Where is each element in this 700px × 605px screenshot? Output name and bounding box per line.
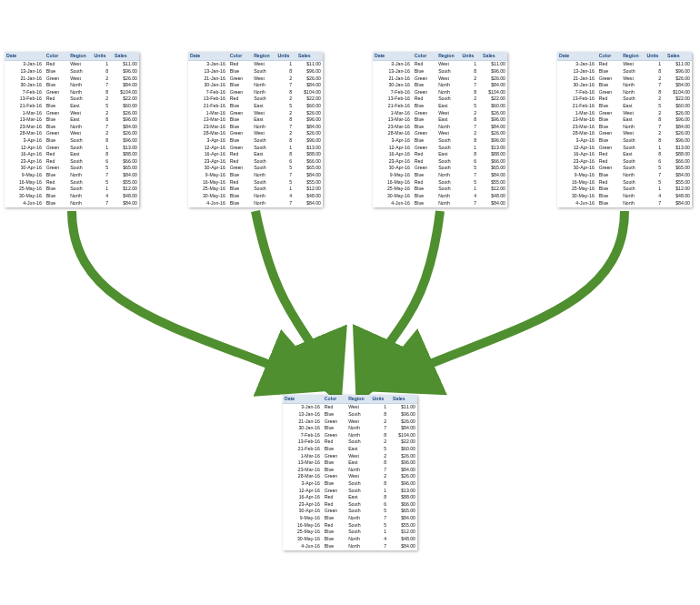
cell-sales: $26.00 [113,75,139,82]
table-row: 13-Jun-16RedEast3$33.00 [557,207,692,207]
table-row: 30-Jan-16BlueNorth7$84.00 [283,425,417,432]
cell-units: 4 [460,193,481,200]
cell-region: South [436,137,460,145]
table-row: 13-Mar-16BlueEast8$96.00 [557,116,692,124]
cell-units: 8 [275,151,296,158]
cell-region: East [252,116,275,124]
cell-sales: $96.00 [665,137,692,145]
cell-date: 21-Jan-16 [283,418,323,425]
cell-date: 7-Feb-16 [5,88,45,96]
cell-date: 13-Mar-16 [557,116,597,124]
cell-units: 8 [275,116,296,124]
cell-units: 1 [370,529,391,536]
cell-date: 23-Mar-16 [188,124,228,131]
cell-color: Green [228,165,252,172]
cell-date: 30-Jan-16 [283,425,323,432]
cell-date: 30-Apr-16 [283,508,323,515]
cell-sales: $33.00 [391,550,417,550]
column-header: Sales [481,52,507,61]
cell-sales: $88.00 [296,151,323,158]
cell-date: 12-Apr-16 [373,144,413,151]
cell-region: South [252,186,275,193]
cell-sales: $84.00 [391,467,417,474]
table-row: 13-Jun-16RedEast3$33.00 [373,207,507,207]
cell-date: 28-Mar-16 [283,473,323,480]
table-row: 25-May-16BlueSouth1$12.00 [283,529,417,536]
cell-color: Green [228,75,252,82]
cell-units: 5 [645,178,665,186]
cell-sales: $26.00 [296,109,323,116]
cell-date: 25-May-16 [5,186,45,193]
cell-color: Blue [323,515,346,522]
table-row: 7-Feb-16GreenNorth8$104.00 [188,88,323,96]
cell-units: 7 [645,172,665,179]
cell-region: West [252,61,275,68]
cell-units: 7 [460,82,481,89]
cell-units: 6 [92,158,113,166]
cell-units: 8 [92,68,113,76]
cell-region: North [346,536,370,543]
source-table-4: DateColorRegionUnitsSales3-Jan-16RedWest… [557,52,692,207]
cell-date: 16-Apr-16 [373,151,413,158]
cell-region: East [68,116,92,124]
cell-units: 7 [275,82,296,89]
cell-date: 30-May-16 [373,193,413,200]
cell-sales: $26.00 [481,75,507,82]
table-row: 21-Jan-16GreenWest2$26.00 [188,75,323,82]
cell-sales: $66.00 [296,158,323,166]
cell-sales: $65.00 [481,165,507,172]
cell-region: West [436,75,460,82]
column-header: Region [621,52,645,61]
cell-units: 1 [92,61,113,68]
cell-units: 7 [275,199,296,207]
cell-color: Blue [45,137,68,145]
cell-color: Blue [45,116,68,124]
cell-region: East [252,207,275,207]
cell-color: Red [597,178,621,186]
cell-date: 23-Mar-16 [373,124,413,131]
cell-region: North [436,124,460,131]
cell-sales: $12.00 [296,186,323,193]
cell-color: Red [413,151,436,158]
cell-color: Red [597,61,621,68]
table-row: 13-Jan-16BlueSouth8$96.00 [188,68,323,76]
cell-units: 1 [92,186,113,193]
cell-units: 3 [645,207,665,207]
cell-color: Blue [413,172,436,179]
table-row: 13-Jan-16BlueSouth8$96.00 [373,68,507,76]
cell-region: East [436,207,460,207]
cell-date: 12-Apr-16 [5,144,45,151]
cell-sales: $88.00 [113,151,139,158]
cell-date: 9-May-16 [5,172,45,179]
cell-units: 1 [645,186,665,193]
table-row: 4-Jun-16BlueNorth7$84.00 [188,199,323,207]
cell-region: West [621,75,645,82]
cell-units: 1 [370,404,391,411]
cell-region: South [621,68,645,76]
column-header: Color [228,52,252,61]
table-row: 7-Feb-16GreenNorth8$104.00 [557,88,692,96]
cell-color: Blue [228,82,252,89]
table-row: 3-Apr-16BlueSouth8$96.00 [373,137,507,145]
cell-units: 2 [275,75,296,82]
cell-units: 8 [460,151,481,158]
cell-region: West [252,109,275,116]
cell-units: 8 [460,116,481,124]
cell-region: West [68,61,92,68]
table-row: 13-Feb-16RedSouth2$22.00 [283,439,417,446]
table-row: 13-Mar-16BlueEast8$96.00 [188,116,323,124]
cell-units: 2 [370,439,391,446]
cell-region: North [621,199,645,207]
cell-units: 1 [370,487,391,494]
cell-region: North [68,193,92,200]
cell-region: South [436,178,460,186]
cell-region: South [621,144,645,151]
cell-region: East [68,151,92,158]
cell-sales: $60.00 [665,103,692,110]
cell-units: 8 [370,431,391,439]
cell-sales: $104.00 [113,88,139,96]
table-row: 4-Jun-16BlueNorth7$84.00 [373,199,507,207]
cell-region: East [346,550,370,550]
table-row: 23-Apr-16RedSouth6$66.00 [5,158,139,166]
cell-region: West [621,61,645,68]
